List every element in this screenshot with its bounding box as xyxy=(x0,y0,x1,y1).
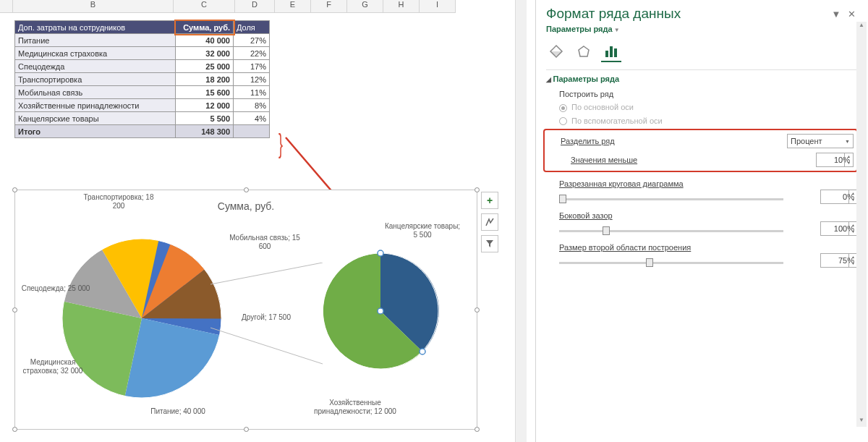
chart-elements-button[interactable]: + xyxy=(481,192,498,209)
axis-secondary-radio: По вспомогательной оси xyxy=(546,114,858,128)
table-row: Мобильная связь15 60011% xyxy=(15,86,270,99)
pie-explosion-value[interactable]: 0%▲▼ xyxy=(820,190,858,204)
worksheet-area[interactable]: B C D E F G H I Доп. затраты на сотрудни… xyxy=(0,0,535,442)
chart-filter-button[interactable] xyxy=(481,235,498,252)
worksheet-scrollbar[interactable] xyxy=(515,0,527,442)
format-data-series-panel: Формат ряда данных ▼ ✕ Параметры ряда▼ П… xyxy=(535,0,868,442)
column-headers[interactable]: B C D E F G H I xyxy=(0,0,535,13)
values-less-label: Значения меньше xyxy=(561,156,637,164)
table-row: Хозяйственные принадлежности12 0008% xyxy=(15,99,270,112)
pie-of-pie-chart[interactable]: Сумма, руб. xyxy=(14,190,477,430)
label-spec: Спецодежда; 25 000 xyxy=(20,284,92,293)
label-mobile: Мобильная связь; 15600 xyxy=(225,234,305,250)
label-transport: Транспортировка; 18200 xyxy=(79,193,158,210)
second-plot-size-slider[interactable] xyxy=(559,262,783,264)
panel-title: Формат ряда данных xyxy=(546,6,681,22)
svg-point-4 xyxy=(420,349,425,354)
table-row: Спецодежда25 00017% xyxy=(15,60,270,73)
fill-line-icon[interactable] xyxy=(546,42,566,62)
svg-rect-11 xyxy=(614,48,617,57)
second-plot-size-value[interactable]: 75%▲▼ xyxy=(820,253,858,268)
svg-line-7 xyxy=(210,328,323,364)
gap-width-value[interactable]: 100%▲▼ xyxy=(820,221,858,236)
main-pie[interactable] xyxy=(59,235,225,401)
pie-explosion-label: Разрезанная круговая диаграмма xyxy=(559,179,858,188)
label-house: Хозяйственныепринадлежности; 12 000 xyxy=(301,399,409,415)
table-row: Канцелярские товары5 5004% xyxy=(15,112,270,125)
split-series-label: Разделить ряд xyxy=(561,137,615,145)
table-row: Медицинская страховка32 00022% xyxy=(15,47,270,60)
svg-point-5 xyxy=(378,308,383,314)
chart-styles-button[interactable] xyxy=(481,213,498,231)
gap-width-label: Боковой зазор xyxy=(559,211,858,220)
svg-marker-8 xyxy=(579,46,589,56)
panel-subtitle[interactable]: Параметры ряда xyxy=(546,25,613,33)
svg-rect-9 xyxy=(605,51,608,57)
expenses-table[interactable]: Доп. затраты на сотрудников Сумма, руб. … xyxy=(14,20,270,138)
second-plot-size-label: Размер второй области построения xyxy=(559,243,858,252)
panel-close-button[interactable]: ▼ ✕ xyxy=(832,9,858,20)
pie-explosion-slider[interactable] xyxy=(559,198,783,200)
series-options-icon[interactable] xyxy=(601,42,621,62)
series-options-section[interactable]: Параметры ряда xyxy=(546,69,858,88)
values-less-spinner[interactable]: 10% ▲▼ xyxy=(816,153,854,167)
panel-category-icons xyxy=(546,39,858,69)
label-med: Медицинскаястраховка; 32 000 xyxy=(17,358,89,375)
th-label[interactable]: Доп. затраты на сотрудников xyxy=(15,21,176,34)
svg-rect-10 xyxy=(610,46,613,57)
label-food: Питание; 40 000 xyxy=(138,407,218,416)
secondary-pie[interactable] xyxy=(319,250,442,373)
build-series-label: Построить ряд xyxy=(546,88,858,101)
panel-scrollbar[interactable]: ▲ ▼ xyxy=(856,22,867,427)
split-highlight: Разделить ряд Процент▼ Значения меньше 1… xyxy=(543,129,858,172)
th-sum[interactable]: Сумма, руб. xyxy=(176,21,234,34)
chart-side-tools: + xyxy=(481,192,498,257)
label-chanc: Канцелярские товары;5 500 xyxy=(375,222,469,239)
gap-width-slider[interactable] xyxy=(559,230,783,232)
table-footer: Итого 148 300 xyxy=(15,125,270,138)
table-row: Питание40 00027% xyxy=(15,34,270,47)
table-row: Транспортировка18 20012% xyxy=(15,73,270,86)
label-other: Другой; 17 500 xyxy=(234,313,299,322)
svg-line-6 xyxy=(210,263,323,284)
svg-point-3 xyxy=(378,250,383,256)
th-pct[interactable]: Доля xyxy=(234,21,270,34)
effects-icon[interactable] xyxy=(574,42,594,62)
split-series-combo[interactable]: Процент▼ xyxy=(787,134,854,148)
axis-main-radio: По основной оси xyxy=(546,101,858,114)
